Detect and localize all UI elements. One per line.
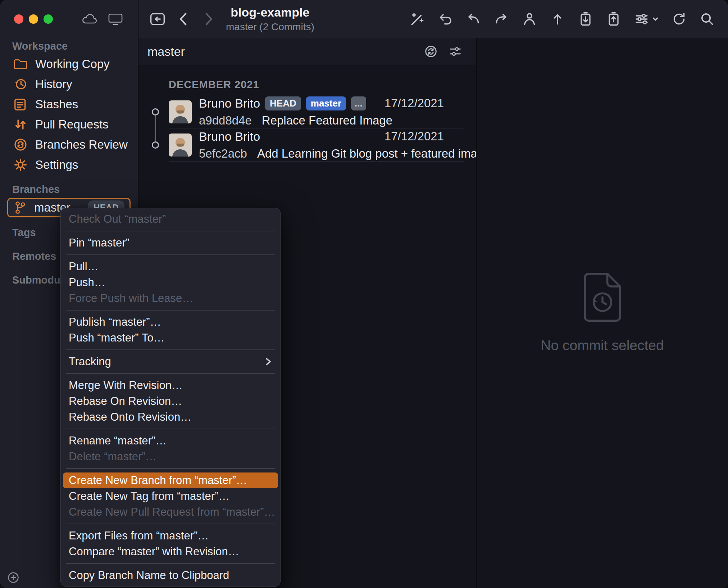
- commit-branch-badge: master: [306, 96, 346, 110]
- back-icon[interactable]: [176, 11, 191, 27]
- no-commit-document-icon: [581, 273, 624, 322]
- menu-separator: [66, 349, 275, 350]
- undo-icon[interactable]: [437, 11, 453, 27]
- menu-item-compare-with-revision[interactable]: Compare “master” with Revision…: [63, 544, 278, 560]
- commit-graph-node: [152, 108, 159, 116]
- menu-item-create-new-tag[interactable]: Create New Tag from “master”…: [63, 488, 278, 504]
- settings-sliders-group[interactable]: [634, 11, 659, 27]
- menu-item-rename[interactable]: Rename “master”…: [63, 433, 278, 449]
- menu-item-merge-with-revision[interactable]: Merge With Revision…: [63, 377, 278, 393]
- sidebar-item-label: Pull Requests: [35, 118, 109, 131]
- sidebar-item-settings[interactable]: Settings: [0, 155, 138, 175]
- settings-sliders-icon: [634, 11, 650, 27]
- menu-item-create-new-branch[interactable]: Create New Branch from “master”…: [63, 472, 278, 488]
- sidebar-item-label: Branches Review: [35, 138, 128, 151]
- zoom-window-button[interactable]: [44, 14, 53, 24]
- commit-person-icon[interactable]: [522, 11, 537, 27]
- titlebar-left: [0, 0, 138, 38]
- menu-item-force-push: Force Push with Lease…: [63, 290, 278, 306]
- push-icon[interactable]: [550, 11, 565, 27]
- search-icon[interactable]: [699, 11, 715, 27]
- commit-date: 17/12/2021: [385, 96, 444, 110]
- menu-separator: [66, 429, 275, 429]
- wand-icon[interactable]: [409, 11, 425, 27]
- menu-item-push[interactable]: Push…: [63, 275, 278, 290]
- menu-item-label: Tracking: [69, 355, 111, 368]
- window-subtitle: master (2 Commits): [226, 21, 314, 33]
- commit-more-badge[interactable]: ...: [351, 96, 366, 110]
- branch-icon: [14, 201, 28, 214]
- pull-requests-icon: [14, 118, 27, 131]
- commit-hash: a9dd8d4e: [199, 114, 252, 127]
- sidebar-item-label: Stashes: [35, 98, 78, 111]
- menu-separator: [66, 524, 275, 524]
- cloud-icon[interactable]: [82, 13, 97, 25]
- app-window: Workspace Working Copy History Stashes P…: [0, 0, 728, 588]
- sidebar-item-branches-review[interactable]: Branches Review: [0, 135, 138, 155]
- filter-options-icon[interactable]: [449, 45, 462, 58]
- repo-icon[interactable]: [150, 11, 165, 27]
- menu-item-delete: Delete “master”…: [63, 449, 278, 465]
- sidebar-item-stashes[interactable]: Stashes: [0, 94, 138, 114]
- commit-graph-line: [155, 112, 156, 145]
- commit-row[interactable]: Bruno Brito HEAD master ... 17/12/2021 a…: [169, 95, 464, 128]
- window-title: blog-example: [226, 5, 314, 19]
- menu-item-pull[interactable]: Pull…: [63, 259, 278, 275]
- commit-row[interactable]: Bruno Brito 17/12/2021 5efc2acb Add Lear…: [169, 128, 464, 162]
- menu-separator: [66, 254, 275, 255]
- compare-icon[interactable]: [424, 45, 438, 58]
- commit-hash: 5efc2acb: [199, 147, 247, 160]
- chevron-down-icon: [652, 15, 659, 23]
- commit-date: 17/12/2021: [385, 130, 444, 143]
- submenu-chevron-icon: [264, 357, 272, 366]
- sidebar-item-label: Working Copy: [35, 57, 110, 71]
- stash-save-icon[interactable]: [578, 11, 593, 27]
- branch-context-menu: Check Out “master” Pin “master” Pull… Pu…: [60, 208, 281, 587]
- menu-item-pin[interactable]: Pin “master”: [63, 235, 278, 251]
- menu-item-export-files[interactable]: Export Files from “master”…: [63, 528, 278, 544]
- commit-filter-bar: master: [138, 38, 476, 65]
- window-controls: [14, 14, 53, 24]
- menu-separator: [66, 373, 275, 374]
- sidebar-section-workspace: Workspace: [0, 38, 138, 54]
- commit-graph-node: [152, 141, 159, 149]
- refresh-icon[interactable]: [671, 11, 687, 27]
- redo-icon[interactable]: [493, 11, 509, 27]
- menu-item-rebase-onto-revision[interactable]: Rebase Onto Revision…: [63, 409, 278, 425]
- menu-item-tracking[interactable]: Tracking: [63, 354, 278, 370]
- sidebar-item-label: Settings: [35, 158, 78, 172]
- commit-group-header: DECEMBER 2021: [138, 77, 476, 92]
- title-block: blog-example master (2 Commits): [226, 5, 314, 33]
- branches-review-icon: [14, 138, 27, 151]
- menu-item-push-to[interactable]: Push “master” To…: [63, 330, 278, 346]
- menu-item-check-out: Check Out “master”: [63, 211, 278, 227]
- sidebar-item-pull-requests[interactable]: Pull Requests: [0, 114, 138, 135]
- empty-state-message: No commit selected: [541, 338, 664, 353]
- avatar: [169, 100, 192, 123]
- commit-message: Add Learning Git blog post + featured im…: [257, 147, 476, 160]
- avatar: [169, 134, 192, 157]
- sidebar-item-working-copy[interactable]: Working Copy: [0, 54, 138, 74]
- menu-separator: [66, 468, 275, 469]
- commit-detail-panel: No commit selected: [477, 38, 728, 588]
- close-window-button[interactable]: [14, 14, 23, 24]
- branch-filter-value[interactable]: master: [147, 45, 185, 59]
- stash-apply-icon[interactable]: [606, 11, 622, 27]
- minimize-window-button[interactable]: [29, 14, 38, 24]
- folder-icon: [14, 57, 27, 71]
- menu-item-create-new-pull-request: Create New Pull Request from “master”…: [63, 504, 278, 520]
- commit-head-badge: HEAD: [265, 96, 301, 110]
- menu-item-publish[interactable]: Publish “master”…: [63, 314, 278, 330]
- sidebar-section-branches: Branches: [0, 181, 138, 197]
- menu-separator: [66, 231, 275, 231]
- add-repository-button[interactable]: [6, 570, 21, 585]
- computer-icon[interactable]: [108, 13, 123, 25]
- discard-icon[interactable]: [465, 11, 481, 27]
- sidebar-item-label: History: [35, 77, 72, 91]
- toolbar: blog-example master (2 Commits): [138, 0, 728, 38]
- menu-separator: [66, 563, 275, 564]
- commit-author: Bruno Brito: [199, 130, 260, 144]
- menu-item-rebase-on-revision[interactable]: Rebase On Revision…: [63, 393, 278, 409]
- menu-item-copy-branch-name[interactable]: Copy Branch Name to Clipboard: [63, 567, 278, 583]
- sidebar-item-history[interactable]: History: [0, 74, 138, 94]
